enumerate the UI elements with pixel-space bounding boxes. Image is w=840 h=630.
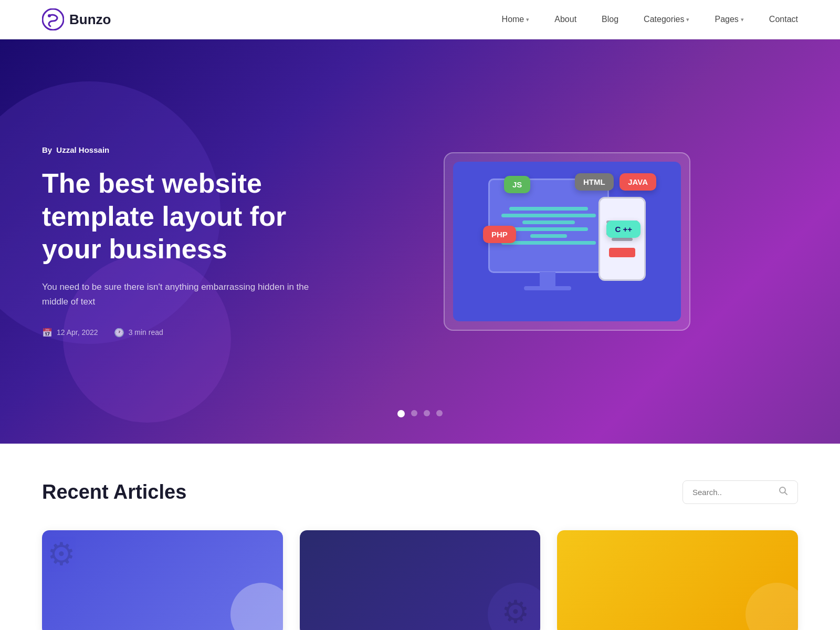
carousel-dot-2[interactable] — [411, 410, 417, 416]
nav-item-pages[interactable]: Pages ▾ — [715, 15, 743, 24]
recent-articles-section: Recent Articles ⚙ ⚙ — [0, 444, 840, 630]
navbar: Bunzo Home ▾ About Blog Categories ▾ — [0, 0, 840, 39]
nav-link-about[interactable]: About — [554, 15, 576, 24]
badge-cpp: C ++ — [606, 220, 640, 238]
logo-icon — [42, 8, 64, 30]
nav-link-pages[interactable]: Pages ▾ — [715, 15, 743, 24]
code-illustration: JS HTML JAVA PHP C ++ — [467, 168, 667, 315]
hero-content: By Uzzal Hossain The best website templa… — [42, 145, 336, 338]
svg-line-3 — [785, 492, 788, 495]
logo-link[interactable]: Bunzo — [42, 8, 111, 30]
nav-link-categories[interactable]: Categories ▾ — [644, 15, 689, 24]
carousel-dot-4[interactable] — [436, 410, 443, 416]
nav-link-home[interactable]: Home ▾ — [502, 15, 530, 24]
nav-item-categories[interactable]: Categories ▾ — [644, 15, 689, 24]
nav-menu: Home ▾ About Blog Categories ▾ Pages ▾ — [502, 15, 798, 24]
chevron-down-icon: ▾ — [526, 16, 529, 23]
hero-meta: 📅 12 Apr, 2022 🕐 3 min read — [42, 328, 336, 338]
nav-item-blog[interactable]: Blog — [602, 15, 618, 24]
hero-image-area: JS HTML JAVA PHP C ++ — [336, 152, 798, 331]
gear-icon: ⚙ — [47, 536, 76, 572]
carousel-dot-1[interactable] — [397, 410, 405, 417]
hero-section: By Uzzal Hossain The best website templa… — [0, 39, 840, 444]
chevron-down-icon: ▾ — [741, 16, 744, 23]
hero-card-inner: JS HTML JAVA PHP C ++ — [453, 162, 681, 321]
calendar-icon: 📅 — [42, 328, 52, 338]
nav-item-contact[interactable]: Contact — [769, 15, 798, 24]
author-name: Uzzal Hossain — [56, 145, 109, 154]
recent-articles-header: Recent Articles — [42, 480, 798, 504]
chevron-down-icon: ▾ — [686, 16, 689, 23]
recent-articles-title: Recent Articles — [42, 481, 186, 503]
clock-icon: 🕐 — [114, 328, 124, 338]
badge-java: JAVA — [620, 173, 656, 191]
svg-point-1 — [48, 14, 51, 17]
hero-title: The best website template layout for you… — [42, 167, 336, 265]
nav-item-home[interactable]: Home ▾ — [502, 15, 530, 24]
search-icon — [779, 486, 788, 498]
badge-php: PHP — [483, 226, 516, 243]
carousel-dot-3[interactable] — [424, 410, 430, 416]
hero-card: JS HTML JAVA PHP C ++ — [444, 152, 690, 331]
article-card-1[interactable]: ⚙ — [42, 530, 283, 630]
badge-html: HTML — [575, 173, 614, 191]
svg-point-0 — [43, 9, 64, 30]
badge-js: JS — [504, 176, 530, 193]
phone-illustration — [598, 197, 646, 281]
search-box[interactable] — [682, 480, 798, 504]
articles-row: ⚙ ⚙ — [42, 530, 798, 630]
hero-author: By Uzzal Hossain — [42, 145, 336, 154]
phone-search-button — [609, 248, 635, 257]
nav-link-contact[interactable]: Contact — [769, 15, 798, 24]
hero-read-time: 🕐 3 min read — [114, 328, 163, 338]
nav-item-about[interactable]: About — [554, 15, 576, 24]
article-card-3[interactable] — [557, 530, 798, 630]
carousel-dots — [397, 410, 443, 417]
search-input[interactable] — [692, 488, 774, 497]
hero-date: 📅 12 Apr, 2022 — [42, 328, 98, 338]
logo-text: Bunzo — [69, 12, 111, 28]
article-card-2[interactable]: ⚙ — [300, 530, 541, 630]
hero-description: You need to be sure there isn't anything… — [42, 280, 336, 308]
nav-link-blog[interactable]: Blog — [602, 15, 618, 24]
gear-icon: ⚙ — [501, 593, 530, 630]
